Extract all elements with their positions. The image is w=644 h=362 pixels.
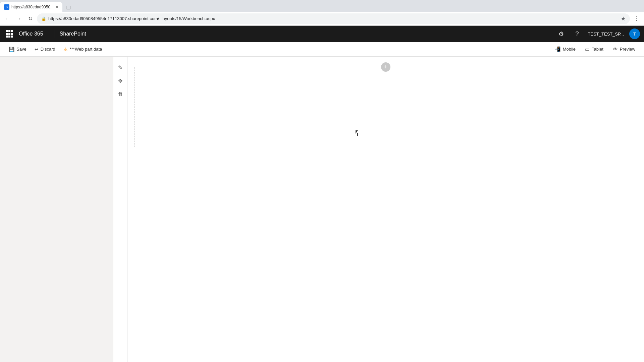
new-tab-button[interactable]: □ [64, 3, 73, 12]
main-content: ✎ ✥ 🗑 + [0, 57, 644, 362]
mobile-icon: 📲 [554, 46, 561, 52]
waffle-menu-button[interactable] [4, 28, 15, 39]
address-box[interactable]: 🔒 https://a830edad9050849554e17113007.sh… [37, 13, 630, 24]
toolbar: 💾 Save ↩ Discard ⚠ ***Web part data 📲 Mo… [0, 42, 644, 57]
reload-button[interactable]: ↻ [25, 14, 35, 23]
url-text: https://a830edad9050849554e17113007.shar… [48, 16, 619, 21]
app-subtitle: SharePoint [60, 31, 556, 37]
left-sidebar: ✎ ✥ 🗑 [0, 57, 127, 362]
tablet-view-button[interactable]: ▭ Tablet [582, 44, 607, 54]
browser-chrome: S https://a830edad9050... × □ ← → ↻ 🔒 ht… [0, 0, 644, 26]
discard-button[interactable]: ↩ Discard [31, 45, 59, 54]
add-webpart-button[interactable]: + [381, 62, 390, 72]
active-tab[interactable]: S https://a830edad9050... × [0, 2, 62, 12]
save-icon: 💾 [9, 47, 14, 52]
preview-label: Preview [620, 47, 635, 52]
canvas-content: + [134, 67, 637, 147]
settings-button[interactable]: ⚙ [556, 28, 567, 39]
save-label: Save [16, 47, 26, 52]
bookmark-icon[interactable]: ★ [621, 15, 626, 22]
help-button[interactable]: ? [572, 28, 583, 39]
mobile-view-button[interactable]: 📲 Mobile [551, 44, 579, 54]
warning-icon: ⚠ [63, 47, 68, 52]
browser-actions: ⋮ [632, 14, 641, 23]
delete-icon-button[interactable]: 🗑 [115, 89, 126, 100]
tab-close-button[interactable]: × [56, 5, 58, 9]
back-button[interactable]: ← [3, 14, 12, 23]
waffle-grid-icon [6, 30, 13, 38]
discard-label: Discard [41, 47, 55, 52]
canvas-area[interactable]: + [127, 57, 644, 362]
tab-favicon: S [4, 4, 9, 10]
forward-button[interactable]: → [14, 14, 23, 23]
extensions-button[interactable]: ⋮ [632, 14, 641, 23]
header-divider [54, 30, 54, 38]
mobile-label: Mobile [563, 47, 576, 52]
tablet-label: Tablet [592, 47, 603, 52]
app-header: Office 365 SharePoint ⚙ ? TEST_TEST_SP..… [0, 26, 644, 42]
move-icon-button[interactable]: ✥ [115, 75, 126, 86]
preview-icon: 👁 [613, 46, 618, 52]
save-button[interactable]: 💾 Save [5, 45, 30, 54]
tablet-icon: ▭ [585, 46, 590, 52]
header-actions: ⚙ ? TEST_TEST_SP... T [556, 28, 640, 39]
discard-icon: ↩ [35, 47, 39, 52]
app-title: Office 365 [19, 31, 49, 37]
webpart-label: ***Web part data [70, 47, 102, 52]
address-bar-row: ← → ↻ 🔒 https://a830edad9050849554e17113… [0, 12, 644, 25]
web-part-zone[interactable]: + [134, 67, 637, 147]
tab-bar: S https://a830edad9050... × □ [0, 0, 644, 12]
preview-button[interactable]: 👁 Preview [609, 44, 639, 54]
webpart-data-button[interactable]: ⚠ ***Web part data [60, 45, 106, 54]
toolbar-right: 📲 Mobile ▭ Tablet 👁 Preview [551, 44, 639, 54]
edit-icon-button[interactable]: ✎ [115, 62, 126, 73]
secure-icon: 🔒 [41, 16, 46, 21]
sidebar-panel: ✎ ✥ 🗑 [113, 57, 127, 362]
tab-title: https://a830edad9050... [11, 5, 54, 9]
user-name: TEST_TEST_SP... [588, 32, 624, 37]
user-avatar[interactable]: T [629, 28, 640, 39]
